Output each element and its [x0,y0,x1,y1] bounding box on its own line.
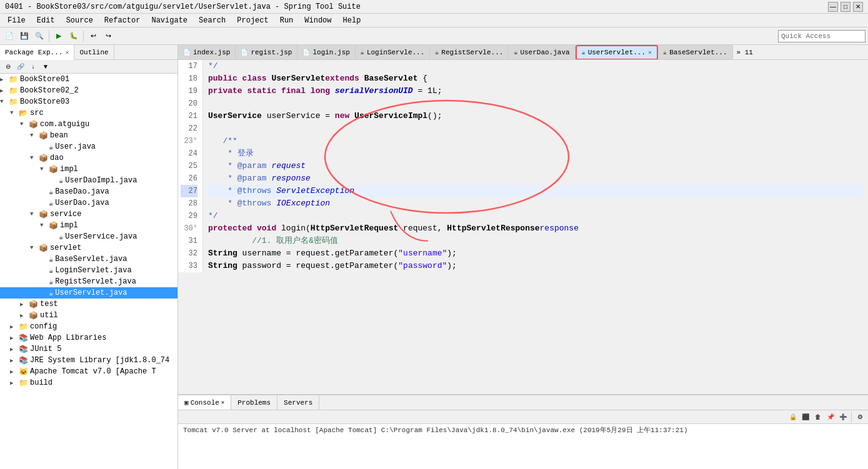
tree-item[interactable]: ▼📦bean [0,130,177,141]
tree-item[interactable]: ▼📦dao [0,152,177,164]
editor-tab-2[interactable]: 📄login.jsp [297,45,355,60]
tree-config-button[interactable]: ▼ [40,61,51,72]
tree-item[interactable]: ☕UserDaoImpl.java [0,175,177,186]
more-tabs-button[interactable]: » 11 [733,45,757,59]
console-stop[interactable]: ⬛ [800,412,811,423]
link-editor-button[interactable]: 🔗 [15,61,26,72]
tab-close-icon[interactable]: ✕ [648,49,652,56]
tree-item[interactable]: ▶📁BookStore01 [0,74,177,85]
code-line: protected void login(HttpServletRequest … [208,222,863,235]
editor-tab-3[interactable]: ☕LoginServle... [356,45,430,60]
toolbar-btn-2[interactable]: 💾 [17,29,31,43]
code-line: String username = request.getParameter("… [208,247,863,260]
tree-item[interactable]: ☕UserDao.java [0,197,177,209]
console-tab[interactable]: ▣ Console ✕ [178,395,231,410]
tree-item[interactable]: ▼📦com.atguigu [0,119,177,130]
menu-item-run[interactable]: Run [275,15,299,26]
console-config[interactable]: ⚙ [854,412,866,423]
debug-button[interactable]: 🐛 [67,29,81,43]
code-lines[interactable]: */public class UserServlet extends BaseS… [203,60,868,272]
tab-package-explorer-close[interactable]: ✕ [65,49,69,56]
menu-item-help[interactable]: Help [338,15,366,26]
tree-node-label: service [50,210,81,219]
editor-tab-4[interactable]: ☕RegistServle... [430,45,509,60]
tree-item[interactable]: ▶🐱Apache Tomcat v7.0 [Apache T [0,366,177,377]
tree-node-label: BaseDao.java [55,187,109,196]
tab-icon: 📄 [302,49,310,56]
menu-item-source[interactable]: Source [61,15,98,26]
tree-arrow-icon: ▼ [30,132,39,139]
editor-tab-7[interactable]: ☕BaseServlet... [658,45,732,60]
left-panel-toolbar: ⊖ 🔗 ↓ ▼ [0,60,177,74]
tree-item[interactable]: ▶📁config [0,321,177,332]
menu-item-edit[interactable]: Edit [32,15,60,26]
tab-outline[interactable]: Outline [74,45,114,59]
tree-arrow-icon: ▼ [40,222,49,229]
problems-tab[interactable]: Problems [231,395,277,410]
tree-item[interactable]: ▶📦test [0,299,177,310]
tree-node-icon: ☕ [49,266,53,275]
run-button[interactable]: ▶ [52,29,66,43]
tree-node-icon: 📦 [29,300,38,309]
tree-node-label: UserServlet.java [55,289,127,297]
tree-item[interactable]: ▼📦impl [0,164,177,175]
code-scroll-area[interactable]: 17181920212223°24252627282930°313233 */p… [178,60,868,394]
tab-package-explorer[interactable]: Package Exp... ✕ [0,45,74,60]
editor-tab-5[interactable]: ☕UserDao.java [509,45,575,60]
tree-item[interactable]: ▶📁build [0,377,177,388]
quick-access-box[interactable]: Quick Access [778,30,866,42]
console-scroll-lock[interactable]: 🔒 [787,412,799,423]
tab-outline-label: Outline [79,49,108,56]
tree-item[interactable]: ☕User.java [0,141,177,152]
close-window-button[interactable]: ✕ [853,2,863,12]
editor-tab-1[interactable]: 📄regist.jsp [236,45,297,60]
menu-item-project[interactable]: Project [232,15,273,26]
tree-down-button[interactable]: ↓ [27,61,39,72]
menu-item-refactor[interactable]: Refactor [99,15,146,26]
editor-tab-6[interactable]: ☕UserServlet...✕ [576,45,658,60]
tree-item[interactable]: ▼📂src [0,107,177,119]
tree-arrow-icon: ▼ [20,121,29,127]
tree-node-icon: 📦 [39,131,48,141]
toolbar-btn-6[interactable]: ↩ [86,29,100,43]
tree-item[interactable]: ☕LoginServlet.java [0,265,177,276]
tree-item[interactable]: ▶📚JUnit 5 [0,343,177,355]
tree-arrow-icon: ▶ [10,357,19,364]
tree-item[interactable]: ▼📁BookStore03 [0,96,177,107]
tree-item[interactable]: ☕BaseServlet.java [0,254,177,265]
tree-node-label: BookStore01 [20,75,69,84]
code-line: /** [208,135,863,147]
servers-tab-label: Servers [284,399,312,407]
tree-item[interactable]: ☕UserService.java [0,231,177,242]
new-button[interactable]: 📄 [2,29,16,43]
problems-tab-label: Problems [237,399,271,407]
toolbar-btn-7[interactable]: ↪ [101,29,115,43]
maximize-button[interactable]: □ [841,2,851,12]
left-panel: Package Exp... ✕ Outline ⊖ 🔗 ↓ ▼ ▶📁BookS… [0,45,178,469]
tree-item[interactable]: ▼📦servlet [0,242,177,254]
code-line: * @throws IOException [208,197,863,210]
tree-item[interactable]: ▶📦util [0,310,177,321]
menu-item-window[interactable]: Window [299,15,336,26]
tree-item[interactable]: ▶📚Web App Libraries [0,332,177,343]
servers-tab[interactable]: Servers [277,395,319,410]
editor-tab-0[interactable]: 📄index.jsp [178,45,236,60]
tree-node-label: UserService.java [65,232,137,241]
console-new[interactable]: ➕ [837,412,849,423]
tree-item[interactable]: ☕RegistServlet.java [0,276,177,287]
tree-item[interactable]: ▶📁BookStore02_2 [0,85,177,96]
collapse-all-button[interactable]: ⊖ [2,61,14,72]
menu-item-search[interactable]: Search [194,15,231,26]
tree-item[interactable]: ▼📦service [0,209,177,220]
tree-node-icon: ☕ [59,176,63,185]
menu-item-file[interactable]: File [2,15,31,26]
tree-item[interactable]: ▶📚JRE System Library [jdk1.8.0_74 [0,355,177,366]
tree-item[interactable]: ☕BaseDao.java [0,186,177,197]
tree-item[interactable]: ☕UserServlet.java [0,287,177,299]
console-clear[interactable]: 🗑 [812,412,824,423]
tree-item[interactable]: ▼📦impl [0,220,177,231]
menu-item-navigate[interactable]: Navigate [146,15,192,26]
toolbar-btn-3[interactable]: 🔍 [32,29,46,43]
console-pin[interactable]: 📌 [825,412,836,423]
minimize-button[interactable]: — [828,2,838,12]
